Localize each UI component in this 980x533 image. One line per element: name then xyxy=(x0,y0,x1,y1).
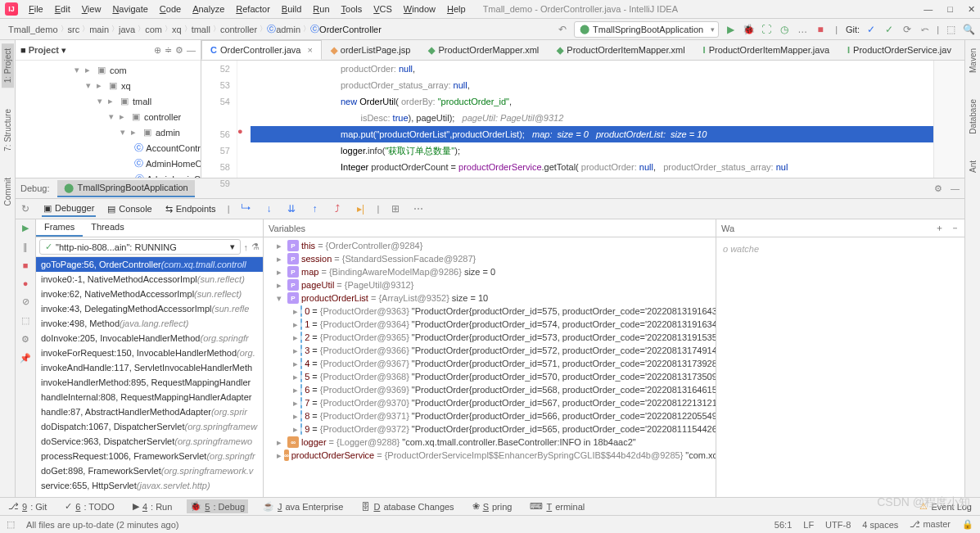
profile-icon[interactable]: ◷ xyxy=(778,23,791,36)
debug-icon[interactable]: 🐞 xyxy=(742,23,755,36)
variable-row[interactable]: ▸i 4 = {ProductOrder@9367} "ProductOrder… xyxy=(264,357,716,370)
variable-row[interactable]: ▸∞ logger = {Logger@9288} "com.xq.tmall.… xyxy=(264,436,716,449)
encoding[interactable]: UTF-8 xyxy=(825,520,851,530)
force-step-into-icon[interactable]: ⇊ xyxy=(285,202,298,215)
stack-frame[interactable]: invoke:498, Method (java.lang.reflect) xyxy=(36,316,263,331)
tree-node[interactable]: ⓒAdminHomeC xyxy=(16,156,201,171)
code-area[interactable]: productOrder: null,productOrder_status_a… xyxy=(251,61,933,178)
variable-row[interactable]: ▸i 9 = {ProductOrder@9372} "ProductOrder… xyxy=(264,422,716,436)
tool-icon[interactable]: — xyxy=(187,45,196,55)
menu-edit[interactable]: Edit xyxy=(49,2,76,16)
bottom-tool[interactable]: ▶4: Run xyxy=(129,499,175,513)
menu-window[interactable]: Window xyxy=(398,2,441,16)
editor-tab[interactable]: IProductOrderService.jav xyxy=(838,40,960,60)
bottom-tool[interactable]: ❀Spring xyxy=(469,499,516,513)
tree-node[interactable]: ▾▸▣xq xyxy=(16,78,201,93)
breadcrumb[interactable]: Tmall_demosrcmainjavacomxqtmallcontrolle… xyxy=(5,19,388,39)
menu-help[interactable]: Help xyxy=(441,2,472,16)
menu-vcs[interactable]: VCS xyxy=(368,2,398,16)
menu-navigate[interactable]: Navigate xyxy=(106,2,153,16)
variable-row[interactable]: ▸i 6 = {ProductOrder@9369} "ProductOrder… xyxy=(264,383,716,396)
step-over-icon[interactable]: ⮡ xyxy=(239,202,252,215)
add-watch-icon[interactable]: ＋ xyxy=(935,222,944,234)
console-tab[interactable]: ▤ Console xyxy=(106,202,153,216)
code-line[interactable]: map.put("productOrderList",productOrderL… xyxy=(251,126,933,142)
variable-row[interactable]: ▸P map = {BindingAwareModelMap@9286} siz… xyxy=(264,265,716,278)
right-tab-ant[interactable]: Ant xyxy=(967,156,979,178)
attach-icon[interactable]: … xyxy=(796,23,809,36)
back-icon[interactable]: ↶ xyxy=(556,23,569,36)
lock-icon[interactable]: 🔒 xyxy=(962,519,973,530)
frames-tab[interactable]: Frames xyxy=(36,219,83,237)
variable-row[interactable]: ▸i 7 = {ProductOrder@9370} "ProductOrder… xyxy=(264,396,716,409)
debug-session-tab[interactable]: ⬤TmallSpringBootApplication xyxy=(57,180,194,197)
stack-frame[interactable]: doInvoke:205, InvocableHandlerMethod (or… xyxy=(36,331,263,346)
bottom-tool[interactable]: ☕Java Enterprise xyxy=(260,499,346,513)
left-tab-commit[interactable]: Commit xyxy=(2,173,14,210)
tool-icon[interactable]: ⚙ xyxy=(175,45,183,56)
resume-icon[interactable]: ▶ xyxy=(22,223,29,233)
bottom-tool[interactable]: ⎇9: Git xyxy=(5,499,50,513)
stack-frame[interactable]: doService:963, DispatcherServlet (org.sp… xyxy=(36,434,263,449)
event-log[interactable]: ⚠ Event Log xyxy=(916,499,975,513)
thread-selector[interactable]: ✓"http-nio-808...ain": RUNNING▾ xyxy=(39,239,241,255)
minimize-button[interactable]: — xyxy=(924,4,933,14)
menu-file[interactable]: File xyxy=(23,2,49,16)
evaluate-icon[interactable]: ⊞ xyxy=(389,202,402,215)
remove-watch-icon[interactable]: － xyxy=(951,222,960,234)
breadcrumb-item[interactable]: ⓒ admin xyxy=(264,23,307,35)
stop-debug-icon[interactable]: ■ xyxy=(23,260,29,270)
tool-icon[interactable]: ≑ xyxy=(165,45,172,56)
close-button[interactable]: ✕ xyxy=(968,4,975,15)
stack-frame[interactable]: goToPage:56, OrderController (com.xq.tma… xyxy=(36,257,263,272)
stack-frame[interactable]: invoke0:-1, NativeMethodAccessorImpl (su… xyxy=(36,272,263,287)
run-icon[interactable]: ▶ xyxy=(724,23,737,36)
filter-icon[interactable]: ⚗ xyxy=(251,242,260,252)
stack-frame[interactable]: service:655, HttpServlet (javax.servlet.… xyxy=(36,478,263,493)
tree-node[interactable]: ▾▸▣tmall xyxy=(16,93,201,109)
editor-tab[interactable]: COrderController.java× xyxy=(201,40,322,60)
variable-row[interactable]: ▸i 3 = {ProductOrder@9366} "ProductOrder… xyxy=(264,344,716,357)
line-sep[interactable]: LF xyxy=(803,520,814,530)
bottom-tool[interactable]: ⌨Terminal xyxy=(526,499,588,513)
git-update-icon[interactable]: ✓ xyxy=(865,23,878,36)
layout-icon[interactable]: ⬚ xyxy=(21,315,29,326)
menu-build[interactable]: Build xyxy=(276,2,307,16)
drop-frame-icon[interactable]: ⤴ xyxy=(331,202,344,215)
more-icon[interactable]: ⋯ xyxy=(412,202,425,215)
breadcrumb-item[interactable]: Tmall_demo xyxy=(5,25,65,34)
menu-analyze[interactable]: Analyze xyxy=(187,2,230,16)
stack-frame[interactable]: handleInternal:808, RequestMappingHandle… xyxy=(36,390,263,404)
endpoints-tab[interactable]: ⇆ Endpoints xyxy=(164,202,218,216)
breadcrumb-item[interactable]: controller xyxy=(217,25,264,34)
stack-frame[interactable]: invokeHandlerMethod:895, RequestMappingH… xyxy=(36,375,263,390)
tool-icon[interactable]: ⊕ xyxy=(154,45,161,56)
status-icon[interactable]: ⬚ xyxy=(7,519,15,530)
stack-frame[interactable]: invokeAndHandle:117, ServletInvocableHan… xyxy=(36,360,263,375)
breadcrumb-item[interactable]: xq xyxy=(169,25,188,34)
code-line[interactable]: new OrderUtil( orderBy: "productOrder_id… xyxy=(251,93,933,110)
search-icon[interactable]: 🔍 xyxy=(962,23,975,36)
left-tab-structure[interactable]: 7: Structure xyxy=(2,104,14,156)
stack-frame[interactable]: invoke:62, NativeMethodAccessorImpl (sun… xyxy=(36,287,263,301)
code-line[interactable]: productOrder: null, xyxy=(251,61,933,77)
mute-bp-icon[interactable]: ⊘ xyxy=(22,296,29,307)
menu-run[interactable]: Run xyxy=(307,2,335,16)
caret-pos[interactable]: 56:1 xyxy=(775,520,792,530)
breadcrumb-item[interactable]: src xyxy=(65,25,87,34)
left-tab-project[interactable]: 1: Project xyxy=(2,43,14,88)
stop-icon[interactable]: ■ xyxy=(814,23,827,36)
editor-tab[interactable]: ◆ProductOrderMapper.xml xyxy=(419,40,548,60)
right-tab-maven[interactable]: Maven xyxy=(967,43,979,78)
code-line[interactable]: logger.info("获取订单总数量"); xyxy=(251,142,933,159)
pin-icon[interactable]: 📌 xyxy=(20,353,31,364)
coverage-icon[interactable]: ⛶ xyxy=(760,23,773,36)
step-into-icon[interactable]: ↓ xyxy=(262,202,275,215)
git-history-icon[interactable]: ⟳ xyxy=(901,23,914,36)
debugger-tab[interactable]: ▣ Debugger xyxy=(42,201,96,217)
tree-node[interactable]: ▾▸▣controller xyxy=(16,109,201,124)
tree-node[interactable]: ▾▸▣com xyxy=(16,62,201,78)
tree-node[interactable]: ⓒAccountContr xyxy=(16,140,201,156)
rerun-icon[interactable]: ↻ xyxy=(19,202,32,215)
bottom-tool[interactable]: 🐞5: Debug xyxy=(187,499,248,513)
